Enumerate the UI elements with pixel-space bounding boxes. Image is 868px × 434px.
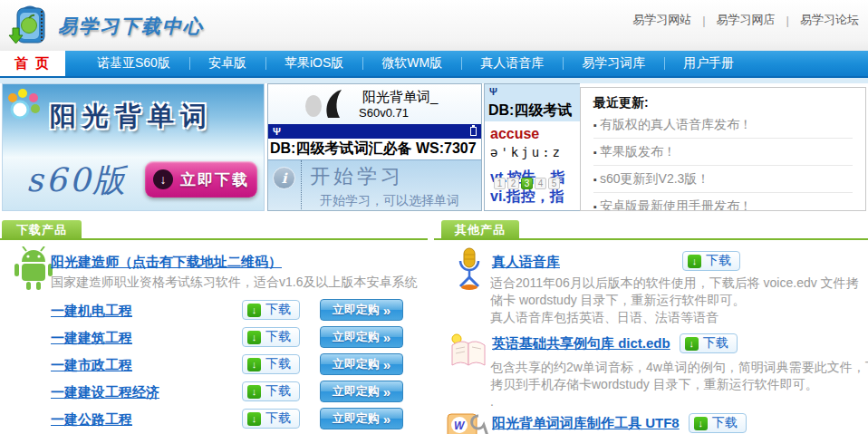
nav-tab-ios[interactable]: 苹果iOS版 [265, 51, 362, 76]
update-item[interactable]: 有版权的真人语音库发布！ [593, 111, 853, 139]
nav-tab-wm[interactable]: 微软WM版 [362, 51, 461, 76]
order-button[interactable]: 立即定购 [320, 326, 403, 348]
battery-icon [470, 127, 477, 136]
download-label: 下载 [712, 415, 738, 431]
product-link[interactable]: 一建公路工程 [51, 411, 132, 429]
download-button[interactable]: 下载 [682, 251, 740, 271]
download-button[interactable]: 下载 [242, 327, 300, 347]
download-row: 一建建设工程经济 下载 立即定购 [51, 381, 410, 404]
download-row: 一建公路工程 下载 立即定购 [51, 408, 410, 431]
nav-tab-android[interactable]: 安卓版 [189, 51, 265, 76]
top-link-website[interactable]: 易学习网站 [632, 12, 691, 28]
book-icon [447, 332, 490, 370]
other-product-desc: 包含共享的约2w单词音标，4w单词的例句，简明词典需要此文件，下 拷贝到手机存储… [490, 359, 868, 410]
download-label: 下载 [703, 335, 728, 352]
order-label: 立即定购 [333, 302, 380, 318]
order-label: 立即定购 [333, 383, 380, 400]
product-link[interactable]: 一建机电工程 [51, 303, 132, 320]
other-product-link[interactable]: 阳光背单词词库制作工具 UTF8 [492, 415, 680, 432]
chevron-right-icon [383, 303, 391, 318]
db-info-line-2: DB:四级考试 [485, 100, 580, 121]
dotted-divider [301, 160, 302, 211]
update-item[interactable]: 安卓版最新使用手册发布！ [593, 193, 853, 211]
order-button[interactable]: 立即定购 [320, 299, 403, 321]
nav-tab-word-library[interactable]: 易学习词库 [563, 51, 664, 76]
other-product-row: 阳光背单词词库制作工具 UTF8 下载 [492, 413, 747, 433]
site-title: 易学习下载中心 [58, 14, 204, 39]
download-label: 下载 [706, 253, 731, 269]
feature-product-link[interactable]: 阳光建造师（点击有下载地址二维码） [51, 254, 282, 271]
tool-icon: W [446, 412, 489, 434]
nav-tab-home[interactable]: 首 页 [0, 51, 65, 76]
other-product-link[interactable]: 真人语音库 [492, 254, 560, 271]
recent-updates-box: 最近更新: 有版权的真人语音库发布！ 苹果版发布！ s60更新到V2.3版！ 安… [580, 87, 866, 211]
nav-tab-nokia-s60[interactable]: 诺基亚S60版 [78, 51, 189, 76]
page: 易学习下载中心 易学习网站 | 易学习网店 | 易学习论坛 首 页 诺基亚S60… [0, 0, 868, 434]
desc-line: 包含共享的约2w单词音标，4w单词的例句，简明词典需要此文件，下 [490, 359, 868, 376]
download-arrow-icon [688, 255, 701, 268]
dictionary-meaning-vi: vi.指控，指 [485, 188, 580, 207]
chevron-right-icon [383, 357, 391, 372]
menu-item-hint: 开始学习，可以选择单词 [320, 193, 459, 209]
download-button[interactable]: 下载 [242, 381, 300, 401]
download-arrow-icon [247, 358, 261, 371]
order-label: 立即定购 [333, 410, 380, 427]
download-button[interactable]: 下载 [242, 354, 300, 374]
banner-edition: s60版 [26, 159, 128, 203]
flower-logo-icon [5, 88, 44, 128]
top-link-separator: | [786, 14, 789, 27]
app-menu-body: 开始学习 开始学习，可以选择单词 [268, 159, 481, 211]
product-link[interactable]: 一建市政工程 [51, 357, 132, 374]
order-button[interactable]: 立即定购 [320, 353, 403, 375]
download-button[interactable]: 下载 [689, 413, 747, 433]
download-label: 下载 [265, 356, 291, 372]
screenshots-area: 阳光背单词_ S60v0.71 DB:四级考试词汇必备 WS:7307 开始学习… [267, 83, 580, 211]
download-button[interactable]: 下载 [680, 333, 738, 353]
antenna-icon [273, 127, 281, 137]
download-button[interactable]: 下载 [242, 409, 300, 429]
download-arrow-icon [247, 385, 261, 399]
banner-title: 阳光背单词 [50, 99, 213, 135]
download-label: 下载 [265, 383, 291, 400]
green-rule-left [0, 238, 428, 240]
promo-banner: 阳光背单词 s60版 立即下载 [2, 83, 265, 211]
app-splash-header: 阳光背单词_ S60v0.71 [268, 84, 481, 124]
update-item[interactable]: s60更新到V2.3版！ [593, 166, 853, 193]
top-link-forum[interactable]: 易学习论坛 [800, 12, 859, 28]
pager-dot-2[interactable]: 2 [507, 178, 519, 189]
dictionary-phonetic: ə'kju:z [485, 142, 580, 159]
order-label: 立即定购 [333, 356, 380, 372]
pager-dot-1[interactable]: 1 [494, 178, 506, 189]
product-link[interactable]: 一建建筑工程 [51, 330, 132, 347]
download-circle-icon [153, 169, 173, 189]
desc-line: 适合2011年06月以后版本的软件使用，下载后将 voice.edv 文件拷 [490, 275, 868, 292]
download-arrow-icon [694, 417, 708, 430]
nav-tab-voice-library[interactable]: 真人语音库 [461, 51, 563, 76]
chevron-right-icon [383, 411, 391, 427]
other-product-link[interactable]: 英语基础共享例句库 dict.edb [492, 335, 670, 352]
desc-line: 储卡 wordstudy 目录下，重新运行软件即可。 [490, 292, 868, 309]
top-link-separator: | [702, 14, 705, 27]
tab-other-products[interactable]: 其他产品 [441, 220, 519, 240]
update-item[interactable]: 苹果版发布！ [593, 139, 853, 166]
tab-download-products[interactable]: 下载产品 [2, 220, 82, 240]
banner-download-button[interactable]: 立即下载 [145, 161, 257, 198]
pager-dot-4[interactable]: 4 [535, 178, 546, 189]
carousel-pager: 1 2 3 4 5 [494, 178, 560, 189]
pager-dot-3-active[interactable]: 3 [521, 178, 533, 189]
nav-tab-manual[interactable]: 用户手册 [664, 51, 753, 76]
download-arrow-icon [247, 331, 261, 344]
microphone-icon [451, 246, 487, 290]
pager-dot-5[interactable]: 5 [548, 178, 560, 189]
site-logo-backpack-icon [7, 3, 53, 48]
desc-line: . [490, 393, 868, 410]
order-button[interactable]: 立即定购 [320, 381, 403, 402]
app-version: S60v0.71 [359, 106, 409, 120]
other-product-desc: 适合2011年06月以后版本的软件使用，下载后将 voice.edv 文件拷 储… [490, 275, 868, 326]
phone-status-bar [268, 124, 481, 139]
download-label: 下载 [265, 302, 291, 318]
order-button[interactable]: 立即定购 [320, 408, 403, 429]
product-link[interactable]: 一建建设工程经济 [51, 384, 159, 401]
download-button[interactable]: 下载 [242, 300, 300, 320]
top-link-store[interactable]: 易学习网店 [717, 12, 776, 28]
